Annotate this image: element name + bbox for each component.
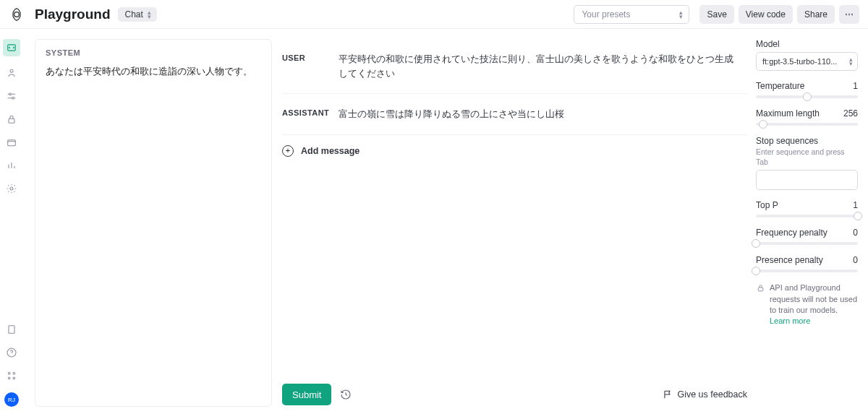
model-label: Model [756,39,858,49]
model-field: Model ft:gpt-3.5-turbo-110... ▴▾ [756,39,858,71]
model-select[interactable]: ft:gpt-3.5-turbo-110... ▴▾ [756,52,858,71]
frequency-penalty-value: 0 [853,228,858,238]
svg-point-0 [14,12,20,17]
slider-thumb[interactable] [803,92,812,101]
top-p-field: Top P 1 [756,200,858,217]
top-p-value: 1 [853,200,858,210]
training-notice: API and Playground requests will not be … [756,283,858,327]
openai-logo-icon [9,7,25,22]
lock-icon [756,283,765,293]
stop-sequences-help: Enter sequence and press Tab [756,147,858,167]
temperature-field: Temperature 1 [756,81,858,98]
ellipsis-icon: ⋯ [845,9,854,20]
submit-button[interactable]: Submit [282,384,331,405]
max-length-value: 256 [843,108,858,118]
svg-rect-6 [8,140,16,146]
page-title: Playground [35,7,111,22]
message-row[interactable]: USER 平安時代の和歌に使用されていた技法に則り、富士山の美しさを歌うような和… [282,39,747,94]
notice-text: API and Playground requests will not be … [770,283,857,314]
temperature-value: 1 [853,81,858,91]
message-text[interactable]: 平安時代の和歌に使用されていた技法に則り、富士山の美しさを歌うような和歌をひとつ… [339,52,740,80]
stop-sequences-label: Stop sequences [756,136,858,146]
svg-rect-5 [9,118,14,123]
sidebar-item-apps[interactable] [5,369,18,382]
view-code-button[interactable]: View code [739,5,793,24]
svg-point-3 [9,93,12,95]
sidebar-item-assistants[interactable] [5,66,18,79]
svg-rect-14 [758,288,763,291]
role-label-assistant: ASSISTANT [282,107,339,121]
presence-penalty-field: Presence penalty 0 [756,255,858,272]
message-row[interactable]: ASSISTANT 富士の嶺に雪は降り降りぬる雪の上にさや当にし山桜 [282,94,747,135]
sidebar-item-files[interactable] [5,136,18,149]
svg-point-10 [8,372,10,374]
slider-thumb[interactable] [759,120,767,129]
sidebar-item-help[interactable] [5,346,18,359]
plus-circle-icon: + [282,145,294,157]
presence-penalty-label: Presence penalty [756,255,823,265]
role-label-user: USER [282,52,339,80]
more-button[interactable]: ⋯ [839,5,859,24]
history-button[interactable] [340,389,352,400]
feedback-link[interactable]: Give us feedback [663,389,747,400]
svg-point-7 [10,187,13,190]
svg-point-13 [13,377,15,379]
svg-point-2 [10,69,13,72]
share-button[interactable]: Share [797,5,835,24]
sidebar-item-playground[interactable] [3,39,20,56]
slider-thumb[interactable] [854,212,862,220]
svg-point-4 [12,97,14,99]
top-p-label: Top P [756,200,778,210]
frequency-penalty-slider[interactable] [756,242,858,245]
max-length-field: Maximum length 256 [756,108,858,126]
svg-point-11 [13,372,15,374]
chevron-updown-icon: ▴▾ [679,10,683,19]
slider-thumb[interactable] [752,239,760,248]
sidebar-item-usage[interactable] [5,159,18,172]
temperature-slider[interactable] [756,95,858,98]
preset-placeholder: Your presets [582,9,630,20]
flag-icon [663,389,673,400]
slider-thumb[interactable] [752,267,760,275]
presence-penalty-value: 0 [853,255,858,265]
system-label: SYSTEM [46,48,261,57]
sidebar-item-finetuning[interactable] [5,90,18,103]
stop-sequences-input[interactable] [756,170,858,190]
chat-column: USER 平安時代の和歌に使用されていた技法に則り、富士山の美しさを歌うような和… [282,39,747,407]
system-panel: SYSTEM あなたは平安時代の和歌に造詣の深い人物です。 [35,39,272,407]
top-p-slider[interactable] [756,215,858,217]
top-bar: Playground Chat ▴▾ Your presets ▴▾ Save … [0,0,868,29]
frequency-penalty-label: Frequency penalty [756,228,827,238]
sidebar-item-api-keys[interactable] [5,113,18,126]
add-message-button[interactable]: + Add message [282,135,747,167]
preset-select[interactable]: Your presets ▴▾ [574,5,689,24]
parameters-panel: Model ft:gpt-3.5-turbo-110... ▴▾ Tempera… [756,29,868,414]
mode-selector-label: Chat [125,9,143,20]
max-length-label: Maximum length [756,108,820,118]
avatar[interactable]: RJ [4,392,19,407]
temperature-label: Temperature [756,81,804,91]
sidebar: RJ [0,29,23,414]
stop-sequences-field: Stop sequences Enter sequence and press … [756,136,858,190]
add-message-label: Add message [301,146,359,156]
chevron-updown-icon: ▴▾ [849,57,853,66]
chat-footer: Submit Give us feedback [282,384,747,407]
chevron-updown-icon: ▴▾ [148,10,151,19]
mode-selector[interactable]: Chat ▴▾ [118,7,157,22]
max-length-slider[interactable] [756,123,858,126]
feedback-label: Give us feedback [677,389,747,400]
svg-point-12 [8,377,10,379]
model-value: ft:gpt-3.5-turbo-110... [762,57,837,66]
sidebar-item-settings[interactable] [5,182,18,195]
message-text[interactable]: 富士の嶺に雪は降り降りぬる雪の上にさや当にし山桜 [339,107,740,121]
frequency-penalty-field: Frequency penalty 0 [756,228,858,245]
learn-more-link[interactable]: Learn more [770,316,810,325]
save-button[interactable]: Save [699,5,733,24]
system-text[interactable]: あなたは平安時代の和歌に造詣の深い人物です。 [46,64,261,79]
sidebar-item-docs[interactable] [5,323,18,336]
presence-penalty-slider[interactable] [756,269,858,272]
svg-rect-8 [9,326,14,334]
